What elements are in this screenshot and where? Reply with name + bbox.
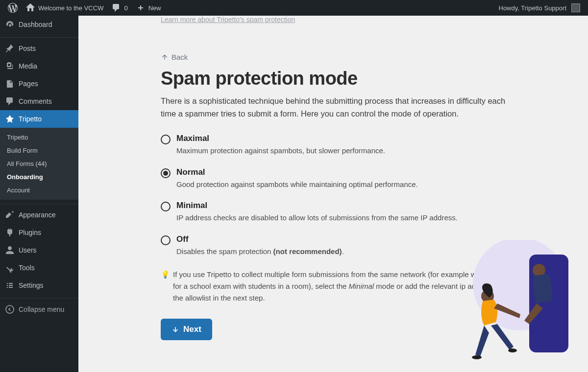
option-title: Off (176, 234, 514, 244)
svg-point-5 (472, 355, 482, 359)
settings-icon (5, 280, 15, 290)
option-title: Minimal (176, 201, 514, 210)
sidebar-label: Users (19, 246, 37, 254)
sidebar-label: Tripetto (19, 115, 42, 123)
collapse-label: Collapse menu (19, 305, 64, 313)
radio-indicator (161, 202, 171, 211)
option-desc: Maximum protection against spambots, but… (176, 145, 514, 157)
next-label: Next (183, 325, 201, 334)
spam-mode-options: Maximal Maximum protection against spamb… (161, 134, 514, 257)
tripetto-icon (5, 114, 15, 124)
option-minimal[interactable]: Minimal IP address checks are disabled t… (161, 201, 514, 224)
submenu-account[interactable]: Account (0, 184, 78, 197)
option-desc: Good protection against spambots while m… (176, 179, 514, 190)
lightbulb-icon: 💡 (161, 269, 170, 304)
sidebar-item-posts[interactable]: Posts (0, 40, 78, 57)
radio-indicator (161, 168, 171, 178)
submenu-build-form[interactable]: Build Form (0, 144, 78, 157)
sidebar-label: Media (19, 62, 37, 70)
sidebar-item-comments[interactable]: Comments (0, 93, 78, 110)
howdy-text: Howdy, Tripetto Support (499, 4, 567, 12)
back-label: Back (172, 53, 188, 61)
option-title: Maximal (176, 134, 514, 143)
sidebar-item-settings[interactable]: Settings (0, 277, 78, 294)
howdy-account[interactable]: Howdy, Tripetto Support (495, 0, 585, 16)
page-description: There is a sophisticated technique behin… (161, 95, 514, 120)
users-icon (5, 245, 15, 255)
toolbar-new[interactable]: New (132, 0, 165, 16)
sidebar-item-dashboard[interactable]: Dashboard (0, 16, 78, 33)
sidebar-item-appearance[interactable]: Appearance (0, 206, 78, 224)
comments-icon (5, 96, 15, 106)
wp-logo[interactable] (4, 0, 22, 16)
tip-note: 💡 If you use Tripetto to collect multipl… (161, 269, 514, 304)
comment-icon (111, 3, 121, 13)
admin-toolbar: Welcome to the VCCW 0 New Howdy, Tripett… (0, 0, 588, 16)
svg-rect-2 (529, 255, 568, 352)
tools-icon (5, 263, 15, 273)
sidebar-label: Comments (19, 97, 52, 105)
toolbar-comments[interactable]: 0 (107, 0, 131, 16)
home-icon (25, 3, 35, 13)
option-maximal[interactable]: Maximal Maximum protection against spamb… (161, 134, 514, 157)
sidebar-item-tripetto[interactable]: Tripetto (0, 110, 78, 128)
back-link[interactable]: Back (161, 53, 514, 61)
wordpress-icon (8, 3, 18, 13)
sidebar-label: Settings (19, 281, 44, 289)
dashboard-icon (5, 20, 15, 29)
pages-icon (5, 79, 15, 89)
svg-point-6 (508, 349, 517, 352)
pin-icon (5, 44, 15, 53)
media-icon (5, 61, 15, 71)
sidebar-item-media[interactable]: Media (0, 57, 78, 75)
radio-indicator (161, 135, 171, 144)
option-off[interactable]: Off Disables the spam protection (not re… (161, 234, 514, 257)
sidebar-item-users[interactable]: Users (0, 241, 78, 259)
plugins-icon (5, 228, 15, 237)
next-button[interactable]: Next (161, 319, 212, 340)
submenu-onboarding[interactable]: Onboarding (0, 170, 78, 184)
site-title: Welcome to the VCCW (38, 4, 103, 12)
sidebar-label: Dashboard (19, 21, 52, 28)
comments-count: 0 (124, 4, 127, 12)
option-normal[interactable]: Normal Good protection against spambots … (161, 167, 514, 190)
sidebar-label: Posts (19, 45, 36, 52)
sidebar-label: Plugins (19, 229, 41, 236)
collapse-icon (5, 304, 15, 314)
radio-indicator (161, 235, 171, 245)
learn-more-link[interactable]: Learn more about Tripetto's spam protect… (161, 16, 514, 23)
collapse-menu[interactable]: Collapse menu (0, 301, 78, 318)
sidebar-submenu: Tripetto Build Form All Forms (44) Onboa… (0, 128, 78, 200)
sidebar-label: Tools (19, 264, 35, 272)
new-label: New (148, 4, 161, 12)
avatar (571, 3, 580, 12)
sidebar-item-plugins[interactable]: Plugins (0, 224, 78, 241)
plus-icon (136, 3, 146, 13)
sidebar-item-tools[interactable]: Tools (0, 259, 78, 277)
svg-point-3 (533, 264, 545, 277)
page-title: Spam protection mode (161, 68, 514, 89)
submenu-tripetto[interactable]: Tripetto (0, 131, 78, 144)
arrow-down-icon (172, 326, 179, 333)
admin-sidebar: Dashboard Posts Media Pages Comments Tri… (0, 16, 78, 372)
option-desc: Disables the spam protection (not recomm… (176, 246, 514, 257)
sidebar-label: Appearance (19, 211, 56, 219)
content-area: Learn more about Tripetto's spam protect… (78, 16, 588, 372)
site-link[interactable]: Welcome to the VCCW (22, 0, 107, 16)
appearance-icon (5, 210, 15, 220)
option-title: Normal (176, 167, 514, 177)
sidebar-item-pages[interactable]: Pages (0, 75, 78, 93)
svg-point-0 (6, 305, 14, 313)
sidebar-label: Pages (19, 80, 38, 88)
arrow-up-icon (161, 53, 169, 61)
option-desc: IP address checks are disabled to allow … (176, 212, 514, 224)
submenu-all-forms[interactable]: All Forms (44) (0, 157, 78, 170)
